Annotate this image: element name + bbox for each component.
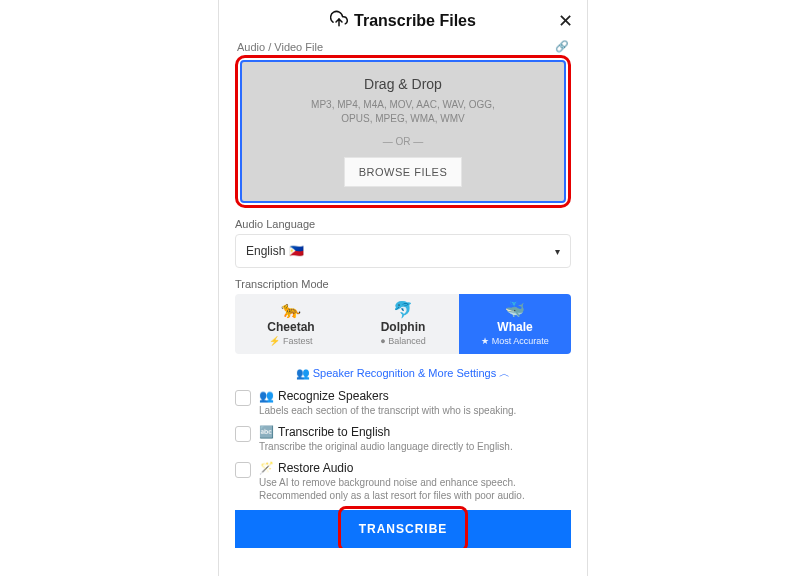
supported-formats: MP3, MP4, M4A, MOV, AAC, WAV, OGG, OPUS,…	[252, 98, 554, 126]
option-body: 🔤 Transcribe to English Transcribe the o…	[259, 425, 571, 453]
cta-bar: TRANSCRIBE	[235, 510, 571, 548]
option-title: 🪄 Restore Audio	[259, 461, 571, 475]
mode-subtitle: ★ Most Accurate	[481, 336, 549, 346]
link-icon[interactable]: 🔗	[555, 40, 569, 53]
upload-highlight: Drag & Drop MP3, MP4, M4A, MOV, AAC, WAV…	[235, 55, 571, 208]
mode-subtitle: ⚡ Fastest	[269, 336, 312, 346]
option-title: 🔤 Transcribe to English	[259, 425, 571, 439]
upload-field: Audio / Video File 🔗 Drag & Drop MP3, MP…	[235, 40, 571, 208]
upload-cloud-icon	[330, 10, 348, 32]
or-divider: — OR —	[252, 136, 554, 147]
option-desc: Use AI to remove background noise and en…	[259, 476, 571, 502]
drag-drop-title: Drag & Drop	[252, 76, 554, 92]
option-title-text: Recognize Speakers	[278, 389, 389, 403]
close-button[interactable]: ✕	[558, 12, 573, 30]
mode-whale[interactable]: 🐳 Whale ★ Most Accurate	[459, 294, 571, 354]
translate-icon: 🔤	[259, 425, 274, 439]
option-title: 👥 Recognize Speakers	[259, 389, 571, 403]
mode-name: Dolphin	[381, 320, 426, 334]
language-label: Audio Language	[235, 218, 571, 230]
option-title-text: Transcribe to English	[278, 425, 390, 439]
whale-icon: 🐳	[505, 302, 525, 318]
mode-cheetah[interactable]: 🐆 Cheetah ⚡ Fastest	[235, 294, 347, 354]
transcribe-modal: Transcribe Files ✕ Audio / Video File 🔗 …	[218, 0, 588, 576]
checkbox-restore-audio[interactable]	[235, 462, 251, 478]
option-desc: Transcribe the original audio language d…	[259, 440, 571, 453]
option-transcribe-english: 🔤 Transcribe to English Transcribe the o…	[235, 425, 571, 453]
formats-line-1: MP3, MP4, M4A, MOV, AAC, WAV, OGG,	[252, 98, 554, 112]
option-restore-audio: 🪄 Restore Audio Use AI to remove backgro…	[235, 461, 571, 502]
mode-subtitle: ● Balanced	[380, 336, 425, 346]
dolphin-icon: 🐬	[393, 302, 413, 318]
cheetah-icon: 🐆	[281, 302, 301, 318]
more-settings-toggle[interactable]: 👥 Speaker Recognition & More Settings ︿	[235, 366, 571, 381]
transcribe-button[interactable]: TRANSCRIBE	[235, 510, 571, 548]
language-value: English 🇵🇭	[246, 244, 304, 258]
checkbox-recognize-speakers[interactable]	[235, 390, 251, 406]
mode-name: Cheetah	[267, 320, 314, 334]
option-title-text: Restore Audio	[278, 461, 353, 475]
modal-header: Transcribe Files ✕	[219, 0, 587, 40]
upload-label-row: Audio / Video File 🔗	[235, 40, 571, 53]
mode-label: Transcription Mode	[235, 278, 571, 290]
modal-title-row: Transcribe Files	[330, 10, 476, 32]
option-body: 🪄 Restore Audio Use AI to remove backgro…	[259, 461, 571, 502]
option-recognize-speakers: 👥 Recognize Speakers Labels each section…	[235, 389, 571, 417]
transcribe-button-label: TRANSCRIBE	[359, 522, 448, 536]
speakers-icon: 👥	[259, 389, 274, 403]
upload-field-label: Audio / Video File	[237, 41, 323, 53]
language-select[interactable]: English 🇵🇭 ▾	[235, 234, 571, 268]
browse-files-button[interactable]: BROWSE FILES	[344, 157, 463, 187]
modal-body: Audio / Video File 🔗 Drag & Drop MP3, MP…	[219, 40, 587, 548]
option-desc: Labels each section of the transcript wi…	[259, 404, 571, 417]
mode-dolphin[interactable]: 🐬 Dolphin ● Balanced	[347, 294, 459, 354]
wand-icon: 🪄	[259, 461, 274, 475]
mode-name: Whale	[497, 320, 532, 334]
dropzone[interactable]: Drag & Drop MP3, MP4, M4A, MOV, AAC, WAV…	[240, 60, 566, 203]
mode-group: 🐆 Cheetah ⚡ Fastest 🐬 Dolphin ● Balanced…	[235, 294, 571, 354]
option-body: 👥 Recognize Speakers Labels each section…	[259, 389, 571, 417]
formats-line-2: OPUS, MPEG, WMA, WMV	[252, 112, 554, 126]
modal-title: Transcribe Files	[354, 12, 476, 30]
chevron-down-icon: ▾	[555, 246, 560, 257]
checkbox-transcribe-english[interactable]	[235, 426, 251, 442]
